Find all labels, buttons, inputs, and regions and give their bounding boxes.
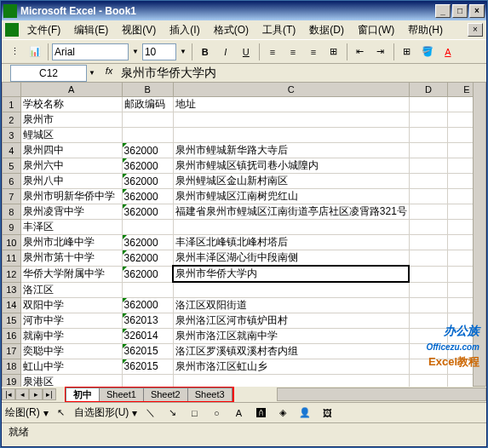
cell[interactable]	[122, 220, 173, 235]
row-header[interactable]: 7	[3, 189, 21, 204]
row-header[interactable]: 18	[3, 359, 21, 374]
cell[interactable]: 362000	[122, 143, 173, 158]
close-button[interactable]: ×	[469, 4, 485, 18]
align-left-button[interactable]: ≡	[263, 43, 282, 61]
cell[interactable]: 地址	[173, 97, 409, 112]
cell[interactable]: 福建省泉州市鲤城区江南街道亭店社区凌霄路321号	[173, 204, 409, 220]
row-header[interactable]: 13	[3, 282, 21, 297]
menu-data[interactable]: 数据(D)	[304, 21, 349, 39]
row-header[interactable]: 4	[3, 143, 21, 158]
column-header-corner[interactable]	[3, 83, 21, 97]
row-header[interactable]: 14	[3, 297, 21, 313]
cell[interactable]: 362000	[122, 204, 173, 220]
cell[interactable]: 泉州八中	[20, 174, 122, 189]
menu-format[interactable]: 格式(O)	[209, 21, 254, 39]
cell[interactable]	[122, 282, 173, 297]
row-header[interactable]: 19	[3, 374, 21, 387]
cell[interactable]	[409, 128, 447, 143]
cell[interactable]	[409, 204, 447, 220]
tab-nav-next[interactable]: ▸	[29, 388, 43, 400]
column-header-C[interactable]: C	[173, 83, 409, 97]
horizontal-scrollbar[interactable]	[277, 388, 486, 401]
row-header[interactable]: 5	[3, 158, 21, 174]
sheet-tab-Sheet1[interactable]: Sheet1	[99, 388, 144, 401]
cell[interactable]: 362000	[122, 189, 173, 204]
fx-button[interactable]: fx	[100, 66, 118, 81]
cell[interactable]	[409, 297, 447, 313]
row-header[interactable]: 2	[3, 112, 21, 128]
menu-insert[interactable]: 插入(I)	[164, 21, 204, 39]
menu-tools[interactable]: 工具(T)	[257, 21, 301, 39]
textbox-button[interactable]: A	[229, 404, 248, 422]
row-header[interactable]: 6	[3, 174, 21, 189]
clipart-button[interactable]: 👤	[296, 404, 314, 422]
cell[interactable]	[173, 220, 409, 235]
cell[interactable]: 362000	[122, 297, 173, 313]
cell[interactable]: 泉港区	[20, 374, 122, 387]
minimize-button[interactable]: _	[435, 4, 451, 18]
cell[interactable]	[409, 97, 447, 112]
merge-button[interactable]: ⊞	[324, 43, 343, 61]
italic-button[interactable]: I	[216, 43, 235, 61]
cell[interactable]	[409, 220, 447, 235]
line-button[interactable]: ＼	[141, 404, 159, 422]
cell[interactable]: 丰泽区北峰镇北峰村塔后	[173, 235, 409, 250]
cell[interactable]	[173, 282, 409, 297]
cell[interactable]: 洛江区	[20, 282, 122, 297]
cell[interactable]: 泉州市鲤城区江南树兜红山	[173, 189, 409, 204]
chevron-down-icon[interactable]: ▼	[87, 69, 97, 77]
cell[interactable]: 泉州市明新华侨中学	[20, 189, 122, 204]
diagram-button[interactable]: ◈	[273, 404, 292, 422]
indent-increase-button[interactable]: ⇥	[371, 43, 390, 61]
cell[interactable]	[409, 374, 447, 387]
row-header[interactable]: 15	[3, 313, 21, 328]
cell[interactable]: 362000	[122, 250, 173, 267]
cell[interactable]: 泉州市鲤城区镇抚司巷小城隍内	[173, 158, 409, 174]
arrow-button[interactable]: ↘	[163, 404, 181, 422]
cell[interactable]: 泉州凌霄中学	[20, 204, 122, 220]
cell[interactable]: 洛江区罗溪镇双溪村杏内组	[173, 343, 409, 359]
row-header[interactable]: 10	[3, 235, 21, 250]
cell[interactable]: 鲤城区	[20, 128, 122, 143]
handle-icon[interactable]: ⋮	[5, 43, 24, 61]
cell[interactable]	[173, 128, 409, 143]
cell[interactable]: 泉州市	[20, 112, 122, 128]
cell[interactable]: 362000	[122, 266, 173, 282]
cell[interactable]	[409, 282, 447, 297]
cell[interactable]: 泉州丰泽区湖心街中段南侧	[173, 250, 409, 267]
menu-edit[interactable]: 编辑(E)	[69, 21, 113, 39]
cell[interactable]: 丰泽区	[20, 220, 122, 235]
cell[interactable]	[409, 158, 447, 174]
tab-nav-last[interactable]: ▸|	[43, 388, 56, 400]
column-header-D[interactable]: D	[409, 83, 447, 97]
sheet-tab-Sheet2[interactable]: Sheet2	[143, 388, 188, 401]
align-right-button[interactable]: ≡	[304, 43, 323, 61]
name-box[interactable]: C12	[10, 65, 87, 82]
menu-window[interactable]: 窗口(W)	[353, 21, 399, 39]
row-header[interactable]: 3	[3, 128, 21, 143]
draw-menu[interactable]: 绘图(R)	[5, 405, 40, 420]
cell[interactable]: 泉州市第十中学	[20, 250, 122, 267]
cell[interactable]: 泉州市鲤城新华路大寺后	[173, 143, 409, 158]
row-header[interactable]: 8	[3, 204, 21, 220]
chevron-down-icon[interactable]: ▼	[130, 48, 141, 55]
row-header[interactable]: 11	[3, 250, 21, 267]
cell[interactable]: 泉州市洛江区虹山乡	[173, 359, 409, 374]
cell[interactable]: 362015	[122, 359, 173, 374]
underline-button[interactable]: U	[237, 43, 255, 61]
menu-help[interactable]: 帮助(H)	[403, 21, 448, 39]
cell[interactable]	[409, 250, 447, 267]
column-header-A[interactable]: A	[20, 83, 122, 97]
font-color-button[interactable]: A	[439, 43, 457, 61]
cell[interactable]	[173, 374, 409, 387]
chevron-down-icon[interactable]: ▼	[178, 48, 188, 55]
cell[interactable]	[409, 174, 447, 189]
cell[interactable]	[173, 112, 409, 128]
cell[interactable]	[409, 143, 447, 158]
menu-file[interactable]: 文件(F)	[22, 21, 66, 39]
cell[interactable]	[122, 112, 173, 128]
wordart-button[interactable]: 🅰	[251, 404, 270, 422]
cell[interactable]	[122, 374, 173, 387]
row-header[interactable]: 17	[3, 343, 21, 359]
fill-color-button[interactable]: 🪣	[418, 43, 437, 61]
